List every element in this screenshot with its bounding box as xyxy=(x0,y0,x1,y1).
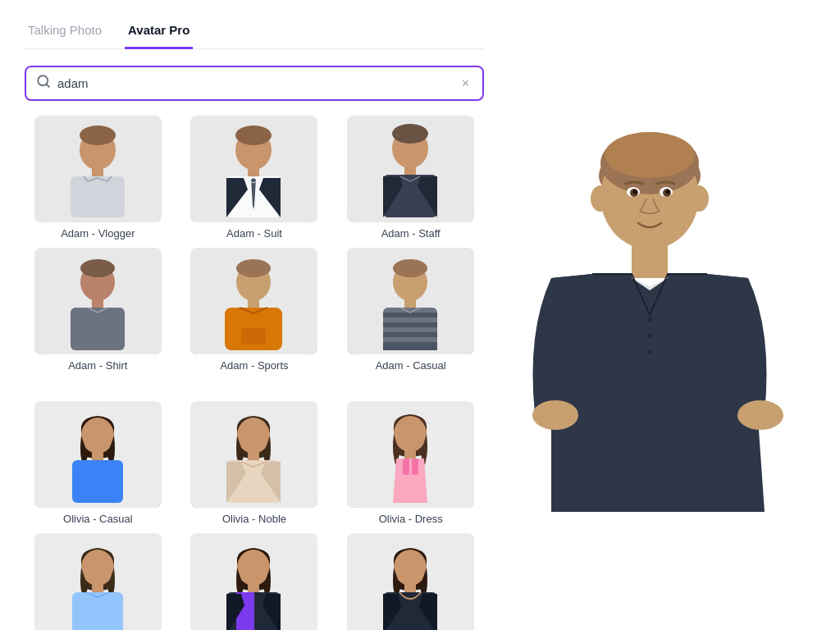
svg-point-72 xyxy=(605,132,695,178)
avatar-label-olivia-casual: Olivia - Casual xyxy=(63,513,133,525)
avatar-card-adam-shirt[interactable]: Adam - Shirt xyxy=(25,248,171,372)
avatar-label-adam-sports: Adam - Sports xyxy=(220,359,288,372)
avatar-image-adam-casual xyxy=(347,248,474,354)
search-container: × xyxy=(25,66,484,101)
avatar-image-olivia-dress xyxy=(347,401,474,508)
svg-point-60 xyxy=(237,550,270,586)
avatar-image-olivia-shirt xyxy=(34,533,162,630)
svg-rect-57 xyxy=(72,592,123,630)
svg-rect-34 xyxy=(383,322,437,327)
svg-point-44 xyxy=(237,418,270,454)
svg-point-66 xyxy=(394,550,427,586)
svg-point-86 xyxy=(737,400,783,430)
avatar-label-olivia-noble: Olivia - Noble xyxy=(222,513,286,525)
avatar-label-olivia-dress: Olivia - Dress xyxy=(379,513,443,525)
avatar-card-olivia-noble[interactable]: Olivia - Noble xyxy=(181,401,328,525)
avatar-label-adam-vlogger: Adam - Vlogger xyxy=(61,227,135,240)
avatar-image-olivia-casual xyxy=(34,401,162,508)
svg-point-80 xyxy=(689,185,709,212)
search-input[interactable] xyxy=(57,76,459,90)
svg-rect-51 xyxy=(403,459,409,475)
svg-rect-36 xyxy=(383,342,437,350)
avatar-label-adam-staff: Adam - Staff xyxy=(381,227,441,240)
svg-point-82 xyxy=(647,317,652,322)
svg-point-19 xyxy=(80,259,115,277)
svg-point-14 xyxy=(392,124,428,144)
avatar-image-adam-sports xyxy=(190,248,317,354)
svg-point-79 xyxy=(591,185,610,212)
tab-avatar-pro[interactable]: Avatar Pro xyxy=(125,16,193,49)
left-panel: Talking Photo Avatar Pro × xyxy=(25,16,484,614)
avatar-image-adam-vlogger xyxy=(34,116,162,222)
svg-point-49 xyxy=(394,416,427,452)
avatar-label-adam-suit: Adam - Suit xyxy=(226,227,282,240)
avatar-image-adam-staff xyxy=(347,116,474,222)
svg-point-85 xyxy=(532,400,578,430)
svg-point-39 xyxy=(81,418,114,454)
avatar-card-olivia-casual[interactable]: Olivia - Casual xyxy=(25,401,171,525)
avatar-image-olivia-business xyxy=(347,533,474,630)
svg-rect-33 xyxy=(383,313,437,317)
avatar-label-adam-casual: Adam - Casual xyxy=(376,359,446,372)
avatar-image-adam-shirt xyxy=(34,248,162,354)
svg-point-24 xyxy=(236,259,271,277)
selected-avatar-display xyxy=(510,118,789,512)
svg-point-77 xyxy=(633,190,637,194)
svg-rect-21 xyxy=(71,308,125,350)
svg-point-30 xyxy=(393,259,427,277)
svg-point-84 xyxy=(647,349,652,354)
svg-point-4 xyxy=(80,126,116,145)
main-container: Talking Photo Avatar Pro × xyxy=(0,0,840,630)
tabs: Talking Photo Avatar Pro xyxy=(25,16,484,49)
search-input-wrapper: × xyxy=(25,66,484,101)
svg-rect-27 xyxy=(241,328,266,345)
svg-rect-52 xyxy=(412,459,418,475)
avatar-label-adam-shirt: Adam - Shirt xyxy=(68,359,127,372)
avatar-card-olivia-teacher[interactable]: Olivia - Teacher xyxy=(181,533,328,630)
avatar-image-adam-suit xyxy=(190,116,317,222)
search-icon xyxy=(36,74,51,93)
svg-rect-41 xyxy=(72,460,123,503)
svg-point-78 xyxy=(666,190,670,194)
svg-line-1 xyxy=(46,84,48,86)
svg-rect-6 xyxy=(71,176,125,217)
svg-rect-81 xyxy=(632,245,668,278)
avatar-card-olivia-business[interactable]: Olivia - Business xyxy=(337,533,484,630)
avatar-card-olivia-shirt[interactable]: Olivia - Shirt xyxy=(25,533,171,630)
svg-point-9 xyxy=(235,126,272,145)
svg-point-83 xyxy=(647,333,652,338)
clear-button[interactable]: × xyxy=(459,76,472,91)
tab-talking-photo[interactable]: Talking Photo xyxy=(25,16,105,49)
avatar-card-adam-sports[interactable]: Adam - Sports xyxy=(181,248,328,372)
avatar-card-adam-vlogger[interactable]: Adam - Vlogger xyxy=(25,116,171,240)
svg-point-55 xyxy=(81,550,114,586)
avatar-grid: Adam - Vlogger xyxy=(25,116,484,630)
right-panel xyxy=(484,16,815,614)
avatar-card-adam-casual[interactable]: Adam - Casual xyxy=(337,248,484,372)
avatar-card-adam-staff[interactable]: Adam - Staff xyxy=(337,116,484,240)
avatar-card-olivia-dress[interactable]: Olivia - Dress xyxy=(337,401,484,525)
svg-rect-35 xyxy=(383,332,437,337)
avatar-image-olivia-noble xyxy=(190,401,317,508)
section-gap xyxy=(25,380,484,393)
avatar-image-olivia-teacher xyxy=(190,533,317,630)
avatar-card-adam-suit[interactable]: Adam - Suit xyxy=(181,116,328,240)
